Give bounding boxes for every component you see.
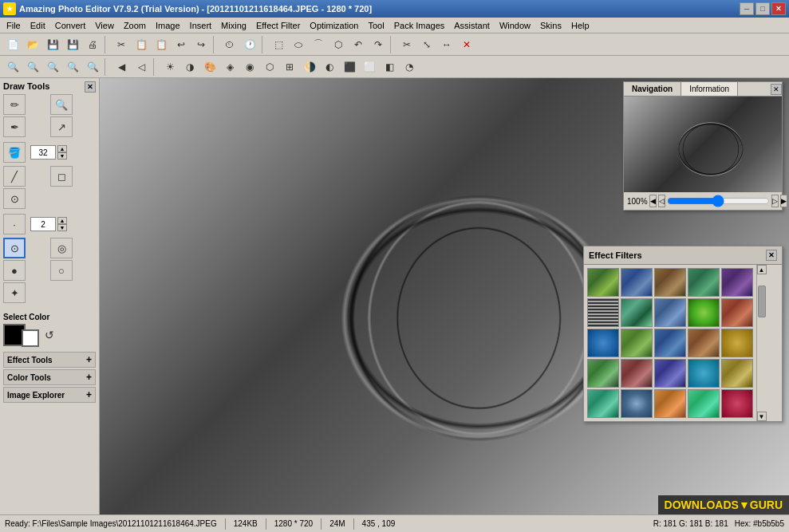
- pencil-tool[interactable]: ✏: [3, 94, 26, 115]
- effect-thumb-11[interactable]: [587, 329, 619, 357]
- tb-copy[interactable]: 📋: [132, 36, 151, 53]
- effect-panel-close-button[interactable]: ✕: [766, 250, 777, 261]
- effect-thumb-18[interactable]: [654, 359, 686, 388]
- color-tools-toggle[interactable]: Color Tools +: [3, 369, 96, 385]
- effect-thumb-3[interactable]: [654, 268, 686, 297]
- image-explorer-toggle[interactable]: Image Explorer +: [3, 387, 96, 403]
- tb-select-magic[interactable]: ⬡: [329, 36, 348, 53]
- tb2-contrast[interactable]: ◑: [180, 58, 199, 76]
- effect-thumb-24[interactable]: [688, 389, 720, 418]
- effect-thumb-8[interactable]: [654, 298, 686, 327]
- nav-next-button[interactable]: ▶: [780, 195, 787, 207]
- hollow-tool[interactable]: ○: [50, 260, 73, 281]
- tb-paste[interactable]: 📋: [152, 36, 171, 53]
- menu-assistant[interactable]: Assistant: [449, 19, 495, 32]
- size-down-button[interactable]: ▼: [57, 152, 67, 160]
- dot-big-tool[interactable]: ●: [3, 260, 26, 281]
- scroll-thumb[interactable]: [758, 286, 766, 317]
- menu-effect-filter[interactable]: Effect Filter: [251, 19, 305, 32]
- effect-thumb-14[interactable]: [688, 329, 720, 357]
- menu-insert[interactable]: Insert: [185, 19, 217, 32]
- tb2-nav-left[interactable]: ◁: [132, 58, 151, 76]
- size-input-1[interactable]: 32: [30, 145, 56, 160]
- background-color-swatch[interactable]: [22, 329, 39, 347]
- nav-prev-button[interactable]: ◀: [649, 195, 657, 207]
- tb-cut[interactable]: ✂: [112, 36, 131, 53]
- close-button[interactable]: ✕: [771, 2, 786, 15]
- tb-rotate-ccw[interactable]: ↶: [349, 36, 368, 53]
- circle-ring-tool[interactable]: ◎: [50, 238, 73, 258]
- panel-close-button[interactable]: ✕: [85, 81, 96, 93]
- nav-back-button[interactable]: ◁: [658, 195, 665, 207]
- tb-undo[interactable]: ↩: [172, 36, 191, 53]
- dot-tool-small[interactable]: ·: [3, 214, 26, 234]
- tb-flip-h[interactable]: ↔: [437, 36, 456, 53]
- tb2-zoom-in[interactable]: 🔍: [23, 58, 42, 76]
- tb-select-ellipse[interactable]: ⬭: [289, 36, 308, 53]
- maximize-button[interactable]: □: [755, 2, 770, 15]
- tb-save[interactable]: 💾: [43, 36, 62, 53]
- tb2-zoom-100[interactable]: 🔍: [63, 58, 82, 76]
- effect-thumb-22[interactable]: [621, 389, 653, 418]
- tb2-zoom-custom[interactable]: 🔍: [83, 58, 102, 76]
- tb2-emboss[interactable]: ⬡: [260, 58, 279, 76]
- effect-tools-toggle[interactable]: Effect Tools +: [3, 352, 96, 368]
- tb-timer[interactable]: ⏲: [220, 36, 239, 53]
- menu-skins[interactable]: Skins: [535, 19, 566, 32]
- effect-thumb-2[interactable]: [621, 268, 653, 297]
- size2-up-button[interactable]: ▲: [57, 217, 67, 224]
- menu-help[interactable]: Help: [566, 19, 594, 32]
- size-input-2[interactable]: 2: [30, 217, 56, 231]
- tb-clock[interactable]: 🕐: [240, 36, 259, 53]
- star-tool[interactable]: ✦: [3, 282, 26, 303]
- menu-file[interactable]: File: [2, 19, 26, 32]
- effect-thumb-15[interactable]: [721, 329, 753, 357]
- tb2-prev-color[interactable]: ◀: [112, 58, 131, 76]
- menu-view[interactable]: View: [90, 19, 119, 32]
- effect-thumb-6[interactable]: [587, 298, 619, 327]
- tb-print[interactable]: 🖨: [83, 36, 102, 53]
- size-up-button[interactable]: ▲: [57, 145, 67, 152]
- effect-thumb-19[interactable]: [688, 359, 720, 388]
- tb2-brightness[interactable]: ☀: [160, 58, 179, 76]
- tb-select-lasso[interactable]: ⌒: [309, 36, 328, 53]
- line-tool[interactable]: ╱: [3, 166, 26, 187]
- effect-thumb-9[interactable]: [688, 298, 720, 327]
- tb2-hue[interactable]: 🎨: [200, 58, 219, 76]
- nav-tab-navigation[interactable]: Navigation: [624, 82, 681, 96]
- tb2-grayscale[interactable]: ⬛: [340, 58, 359, 76]
- menu-window[interactable]: Window: [495, 19, 535, 32]
- tb2-effect2[interactable]: ◐: [320, 58, 339, 76]
- tb-open[interactable]: 📂: [23, 36, 42, 53]
- effect-thumb-1[interactable]: [587, 268, 619, 297]
- tb2-mosaic[interactable]: ⊞: [280, 58, 299, 76]
- menu-convert[interactable]: Convert: [50, 19, 91, 32]
- effect-thumb-17[interactable]: [621, 359, 653, 388]
- effect-thumb-4[interactable]: [688, 268, 720, 297]
- effect-thumb-10[interactable]: [721, 298, 753, 327]
- effect-thumb-21[interactable]: [587, 389, 619, 418]
- tb-cancel[interactable]: ✕: [457, 36, 476, 53]
- arrow-tool[interactable]: ↗: [50, 116, 73, 137]
- scroll-up-button[interactable]: ▲: [757, 265, 767, 274]
- tb2-invert[interactable]: ⬜: [360, 58, 379, 76]
- tb-rotate-cw[interactable]: ↷: [369, 36, 388, 53]
- color-swap-button[interactable]: ↺: [45, 329, 54, 341]
- tb-crop[interactable]: ✂: [397, 36, 416, 53]
- tb-new[interactable]: 📄: [3, 36, 22, 53]
- eraser-tool[interactable]: ◻: [50, 166, 73, 187]
- effect-thumb-23[interactable]: [654, 389, 686, 418]
- nav-panel-close-button[interactable]: ✕: [771, 84, 782, 95]
- effect-thumb-7[interactable]: [621, 298, 653, 327]
- canvas-area[interactable]: Navigation Information ✕ 100% ◀ ◁ ▷ ▶ Ef…: [100, 78, 789, 514]
- magnify-tool[interactable]: 🔍: [50, 94, 73, 115]
- tb2-zoom-out[interactable]: 🔍: [3, 58, 22, 76]
- effect-thumb-20[interactable]: [721, 359, 753, 388]
- tb-redo[interactable]: ↪: [191, 36, 211, 53]
- effect-thumb-5[interactable]: [721, 268, 753, 297]
- effect-thumb-25[interactable]: [721, 389, 753, 418]
- menu-mixing[interactable]: Mixing: [216, 19, 251, 32]
- minimize-button[interactable]: ─: [740, 2, 754, 15]
- tb2-effect4[interactable]: ◔: [400, 58, 419, 76]
- menu-tool[interactable]: Tool: [363, 19, 389, 32]
